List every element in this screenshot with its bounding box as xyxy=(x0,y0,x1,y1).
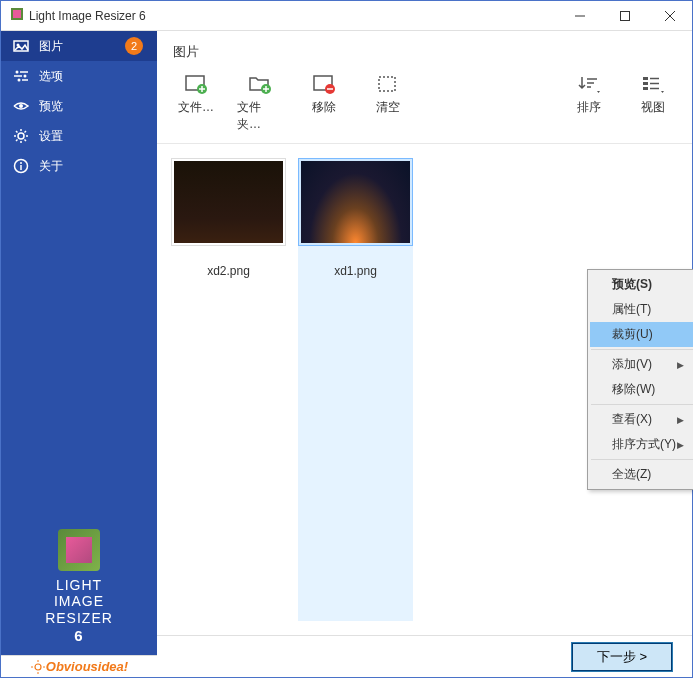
menu-item-view[interactable]: 查看(X)▶ xyxy=(590,407,693,432)
svg-rect-42 xyxy=(379,77,395,91)
sidebar-item-label: 关于 xyxy=(39,158,63,175)
menu-item-remove[interactable]: 移除(W) xyxy=(590,377,693,402)
thumbnail-image xyxy=(301,161,410,243)
svg-line-23 xyxy=(16,140,18,142)
thumbnail-item[interactable]: xd1.png xyxy=(298,158,413,621)
next-button[interactable]: 下一步 > xyxy=(572,643,672,671)
sidebar-item-label: 设置 xyxy=(39,128,63,145)
thumbnail-item[interactable]: xd2.png xyxy=(171,158,286,621)
toolbar-clear-button[interactable]: 清空 xyxy=(365,73,411,116)
content: 图片 文件… 文件夹… 移除 清空 xyxy=(157,31,692,677)
menu-separator xyxy=(591,459,693,460)
toolbar-label: 文件夹… xyxy=(237,99,283,133)
close-button[interactable] xyxy=(647,1,692,31)
sidebar-item-options[interactable]: 选项 xyxy=(1,61,157,91)
svg-point-8 xyxy=(16,71,19,74)
footer-brand: Obviousidea! xyxy=(46,659,128,674)
svg-rect-48 xyxy=(643,82,648,85)
toolbar-label: 视图 xyxy=(641,99,665,116)
toolbar-add-folder-button[interactable]: 文件夹… xyxy=(237,73,283,133)
sidebar-logo: LIGHT IMAGE RESIZER 6 xyxy=(1,529,157,655)
menu-item-crop[interactable]: 裁剪(U) xyxy=(590,322,693,347)
toolbar: 文件… 文件夹… 移除 清空 排序 xyxy=(157,67,692,144)
sidebar-item-settings[interactable]: 设置 xyxy=(1,121,157,151)
sidebar-item-images[interactable]: 图片 2 xyxy=(1,31,157,61)
menu-separator xyxy=(591,404,693,405)
sidebar-item-preview[interactable]: 预览 xyxy=(1,91,157,121)
window-title: Light Image Resizer 6 xyxy=(25,9,557,23)
info-icon xyxy=(13,158,29,174)
minimize-button[interactable] xyxy=(557,1,602,31)
brand-text: LIGHT IMAGE RESIZER 6 xyxy=(1,577,157,645)
bulb-icon xyxy=(30,659,46,675)
folder-add-icon xyxy=(247,73,273,95)
menu-item-sortby[interactable]: 排序方式(Y)▶ xyxy=(590,432,693,457)
clear-icon xyxy=(375,73,401,95)
sort-icon xyxy=(576,73,602,95)
options-icon xyxy=(13,68,29,84)
sidebar-item-label: 选项 xyxy=(39,68,63,85)
svg-rect-3 xyxy=(620,11,629,20)
images-icon xyxy=(13,38,29,54)
submenu-arrow-icon: ▶ xyxy=(677,360,684,370)
svg-point-15 xyxy=(18,133,24,139)
bottom-bar: 下一步 > xyxy=(157,635,692,677)
svg-line-22 xyxy=(25,131,27,133)
thumbnail-frame xyxy=(171,158,286,246)
toolbar-add-file-button[interactable]: 文件… xyxy=(173,73,219,116)
toolbar-label: 排序 xyxy=(577,99,601,116)
submenu-arrow-icon: ▶ xyxy=(677,440,684,450)
thumbnail-image xyxy=(174,161,283,243)
thumbnail-filename: xd2.png xyxy=(171,264,286,282)
sidebar-item-label: 图片 xyxy=(39,38,63,55)
toolbar-view-button[interactable]: 视图 xyxy=(630,73,676,116)
footer-strip[interactable]: Obviousidea! xyxy=(1,655,157,677)
svg-point-14 xyxy=(19,104,23,108)
toolbar-label: 移除 xyxy=(312,99,336,116)
app-window: Light Image Resizer 6 图片 2 选项 预览 xyxy=(0,0,693,678)
view-icon xyxy=(640,73,666,95)
svg-rect-50 xyxy=(643,87,648,90)
logo-icon xyxy=(58,529,100,571)
menu-separator xyxy=(591,349,693,350)
sidebar: 图片 2 选项 预览 设置 关于 xyxy=(1,31,157,677)
sidebar-items: 图片 2 选项 预览 设置 关于 xyxy=(1,31,157,529)
svg-point-12 xyxy=(18,79,21,82)
svg-line-20 xyxy=(16,131,18,133)
remove-icon xyxy=(311,73,337,95)
menu-item-preview[interactable]: 预览(S) xyxy=(590,272,693,297)
context-menu: 预览(S) 属性(T) 裁剪(U) 添加(V)▶ 移除(W) 查看(X)▶ 排序… xyxy=(587,269,693,490)
toolbar-label: 文件… xyxy=(178,99,214,116)
main: 图片 2 选项 预览 设置 关于 xyxy=(1,31,692,677)
app-icon xyxy=(9,6,25,25)
sidebar-badge: 2 xyxy=(125,37,143,55)
svg-point-10 xyxy=(24,75,27,78)
gear-icon xyxy=(13,128,29,144)
toolbar-remove-button[interactable]: 移除 xyxy=(301,73,347,116)
svg-rect-46 xyxy=(643,77,648,80)
svg-line-21 xyxy=(25,140,27,142)
thumbnail-filename: xd1.png xyxy=(298,264,413,282)
maximize-button[interactable] xyxy=(602,1,647,31)
svg-point-27 xyxy=(35,664,41,670)
eye-icon xyxy=(13,98,29,114)
submenu-arrow-icon: ▶ xyxy=(677,415,684,425)
titlebar: Light Image Resizer 6 xyxy=(1,1,692,31)
thumbnail-frame xyxy=(298,158,413,246)
menu-item-add[interactable]: 添加(V)▶ xyxy=(590,352,693,377)
sidebar-item-label: 预览 xyxy=(39,98,63,115)
svg-rect-1 xyxy=(13,10,21,18)
svg-point-25 xyxy=(20,162,22,164)
sidebar-item-about[interactable]: 关于 xyxy=(1,151,157,181)
toolbar-sort-button[interactable]: 排序 xyxy=(566,73,612,116)
menu-item-properties[interactable]: 属性(T) xyxy=(590,297,693,322)
page-title: 图片 xyxy=(157,31,692,67)
menu-item-selectall[interactable]: 全选(Z) xyxy=(590,462,693,487)
file-add-icon xyxy=(183,73,209,95)
toolbar-label: 清空 xyxy=(376,99,400,116)
